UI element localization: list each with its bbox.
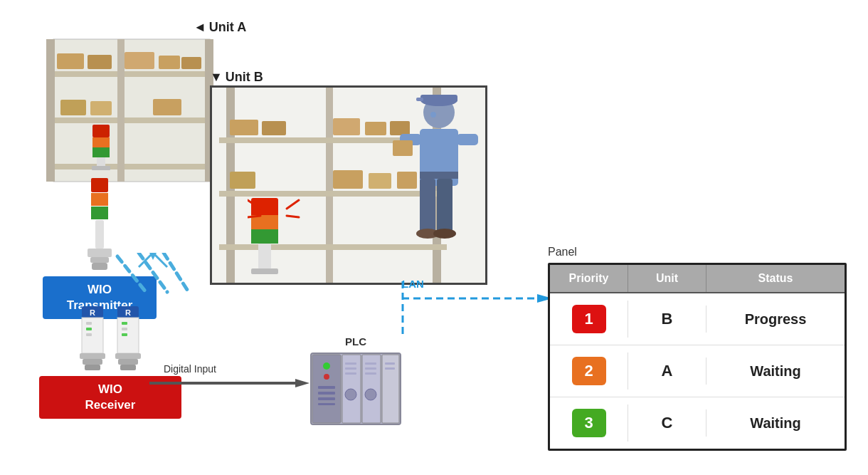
priority-cell-1: 1 (550, 301, 628, 338)
priority-cell-2: 2 (550, 353, 628, 390)
svg-point-98 (430, 112, 436, 118)
lan-arrow: LAN (402, 278, 555, 307)
svg-text:R: R (125, 308, 131, 317)
svg-rect-25 (90, 257, 109, 263)
plc-label: PLC (309, 335, 402, 348)
svg-marker-52 (295, 379, 309, 387)
signal-lamp-b (251, 198, 278, 274)
svg-rect-104 (420, 179, 435, 232)
status-cell-1: Progress (706, 307, 845, 332)
svg-rect-9 (125, 52, 154, 69)
svg-rect-24 (88, 249, 112, 257)
svg-rect-13 (90, 101, 112, 115)
svg-point-65 (345, 389, 356, 400)
unit-b-text: Unit B (226, 70, 263, 85)
worker-figure (357, 88, 485, 280)
svg-rect-44 (117, 318, 139, 353)
svg-rect-67 (365, 362, 376, 365)
svg-rect-86 (230, 172, 255, 189)
svg-rect-45 (122, 322, 127, 325)
priority-badge-1: 1 (572, 305, 606, 333)
svg-rect-19 (92, 166, 110, 170)
svg-rect-76 (326, 88, 333, 285)
svg-rect-39 (80, 353, 105, 359)
svg-rect-71 (382, 355, 399, 423)
svg-rect-12 (60, 100, 86, 115)
unit-b-arrow: ▼ (210, 70, 223, 85)
panel-table: Priority Unit Status 1 B Progress 2 A Wa… (548, 263, 847, 451)
svg-rect-18 (97, 157, 105, 166)
unit-cell-3: C (628, 409, 706, 437)
svg-rect-17 (92, 147, 110, 157)
panel-header: Priority Unit Status (550, 265, 845, 293)
svg-rect-41 (85, 365, 100, 370)
svg-rect-102 (457, 134, 478, 145)
plc-unit: PLC (309, 331, 402, 429)
svg-rect-14 (153, 99, 181, 115)
svg-rect-60 (318, 403, 335, 405)
table-row: 3 C Waiting (550, 397, 845, 449)
svg-rect-2 (46, 118, 213, 123)
header-status: Status (706, 265, 845, 292)
svg-rect-11 (181, 57, 201, 69)
panel-title: Panel (548, 246, 847, 259)
svg-rect-48 (115, 353, 141, 359)
svg-line-90 (248, 200, 260, 209)
svg-rect-69 (365, 372, 376, 375)
svg-point-107 (433, 229, 456, 239)
svg-rect-23 (95, 220, 104, 249)
priority-badge-2: 2 (572, 357, 606, 385)
wio-receiver: R R WIO (39, 306, 181, 419)
svg-rect-62 (345, 362, 356, 365)
digital-input-area: Digital Input (149, 377, 313, 392)
svg-rect-97 (416, 98, 423, 101)
panel-area: Panel Priority Unit Status 1 B Progress … (548, 246, 847, 451)
unit-cell-2: A (628, 357, 706, 385)
svg-rect-8 (88, 55, 112, 69)
shelf-b: Sensor (210, 85, 487, 285)
svg-rect-59 (318, 397, 335, 400)
svg-rect-37 (86, 328, 92, 330)
svg-rect-49 (118, 359, 138, 365)
svg-line-91 (248, 216, 260, 217)
svg-rect-68 (365, 367, 376, 370)
svg-line-92 (287, 200, 299, 209)
svg-rect-1 (46, 71, 213, 77)
svg-rect-20 (91, 178, 108, 192)
svg-rect-73 (385, 367, 395, 370)
svg-rect-40 (83, 359, 102, 365)
svg-rect-3 (46, 164, 213, 169)
main-scene: ◄ Unit A (0, 0, 868, 475)
svg-rect-4 (46, 39, 55, 182)
svg-rect-38 (86, 333, 92, 336)
svg-rect-105 (437, 179, 452, 232)
priority-cell-3: 3 (550, 404, 628, 442)
priority-badge-3: 3 (572, 409, 606, 437)
svg-rect-63 (345, 367, 356, 370)
svg-rect-46 (122, 328, 127, 330)
svg-rect-50 (120, 365, 136, 370)
svg-rect-96 (420, 95, 457, 102)
lan-label: LAN (402, 278, 555, 290)
svg-rect-15 (92, 125, 110, 137)
unit-cell-1: B (628, 306, 706, 333)
svg-rect-10 (159, 56, 180, 69)
svg-rect-16 (92, 137, 110, 147)
digital-input-label: Digital Input (164, 363, 216, 375)
status-cell-3: Waiting (706, 411, 845, 436)
svg-point-70 (365, 389, 376, 400)
svg-rect-26 (92, 263, 107, 270)
svg-point-56 (324, 374, 329, 380)
table-row: 2 A Waiting (550, 345, 845, 397)
svg-rect-64 (345, 372, 356, 375)
svg-rect-21 (91, 193, 108, 206)
svg-rect-83 (333, 118, 360, 135)
svg-rect-35 (82, 318, 103, 353)
status-cell-2: Waiting (706, 359, 845, 384)
svg-rect-7 (57, 53, 84, 69)
lan-vertical (397, 281, 408, 338)
header-unit: Unit (628, 265, 706, 292)
svg-rect-22 (91, 207, 108, 219)
svg-rect-58 (318, 392, 335, 395)
header-priority: Priority (550, 265, 628, 292)
